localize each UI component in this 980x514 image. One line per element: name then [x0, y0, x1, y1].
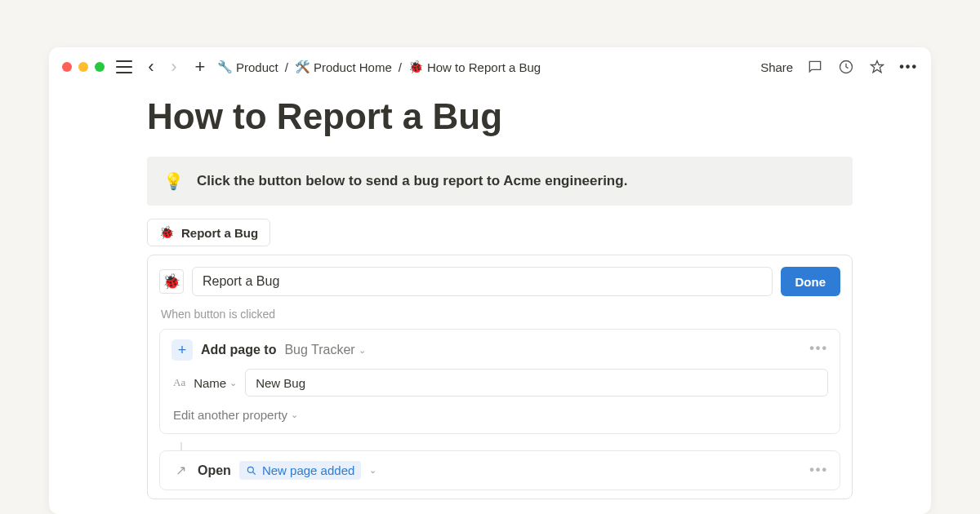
- step-header: ↗ Open New page added ⌄: [172, 461, 828, 480]
- breadcrumb-item-product[interactable]: 🔧 Product: [217, 60, 278, 74]
- open-arrow-icon: ↗: [172, 462, 189, 480]
- step-connector: [180, 442, 182, 450]
- step-open-page: ••• ↗ Open New page added ⌄: [159, 450, 840, 490]
- new-page-button[interactable]: +: [191, 58, 209, 76]
- edit-another-label: Edit another property: [173, 408, 287, 422]
- ladybug-icon: 🐞: [159, 225, 175, 240]
- chevron-down-icon: ⌄: [229, 378, 237, 388]
- step-action-label: Add page to: [201, 343, 276, 357]
- step-target-label: Bug Tracker: [284, 343, 354, 357]
- button-config-panel: 🐞 Done When button is clicked ••• + Add …: [147, 255, 853, 499]
- step-action-label: Open: [198, 463, 231, 478]
- step-more-icon[interactable]: •••: [809, 341, 828, 356]
- breadcrumb-label: Product Home: [314, 60, 392, 74]
- favorite-icon[interactable]: [868, 58, 886, 76]
- breadcrumb-label: How to Report a Bug: [427, 60, 541, 74]
- topbar: ‹ › + 🔧 Product / 🛠️ Product Home / 🐞 Ho…: [49, 47, 931, 86]
- tools-icon: 🛠️: [295, 60, 310, 74]
- maximize-window-icon[interactable]: [95, 62, 105, 72]
- nav-forward-button[interactable]: ›: [165, 58, 183, 76]
- step-header: + Add page to Bug Tracker ⌄: [172, 339, 828, 361]
- breadcrumb: 🔧 Product / 🛠️ Product Home / 🐞 How to R…: [217, 60, 541, 74]
- property-name-picker[interactable]: Name ⌄: [194, 376, 237, 390]
- minimize-window-icon[interactable]: [78, 62, 88, 72]
- edit-another-property[interactable]: Edit another property ⌄: [172, 405, 828, 423]
- property-row: Aa Name ⌄: [172, 369, 828, 397]
- chevron-down-icon: ⌄: [291, 410, 298, 420]
- page-title: How to Report a Bug: [147, 96, 853, 137]
- text-type-icon: Aa: [173, 376, 185, 389]
- callout-text: Click the button below to send a bug rep…: [197, 173, 627, 189]
- nav-arrows: ‹ ›: [142, 58, 183, 76]
- sidebar-toggle-icon[interactable]: [116, 60, 132, 73]
- step-target-picker[interactable]: Bug Tracker ⌄: [284, 343, 365, 357]
- config-header: 🐞 Done: [159, 267, 840, 296]
- breadcrumb-separator: /: [283, 60, 290, 74]
- step-more-icon[interactable]: •••: [809, 463, 828, 477]
- plus-icon: +: [172, 339, 193, 361]
- comments-icon[interactable]: [806, 58, 824, 76]
- breadcrumb-item-current[interactable]: 🐞 How to Report a Bug: [408, 60, 541, 74]
- callout-block: 💡 Click the button below to send a bug r…: [147, 157, 853, 206]
- chevron-down-icon: ⌄: [369, 465, 376, 476]
- nav-back-button[interactable]: ‹: [142, 58, 160, 76]
- app-window: ‹ › + 🔧 Product / 🛠️ Product Home / 🐞 Ho…: [49, 47, 931, 514]
- ladybug-icon: 🐞: [408, 60, 424, 74]
- updates-icon[interactable]: [837, 58, 855, 76]
- page-content: How to Report a Bug 💡 Click the button b…: [49, 86, 931, 499]
- breadcrumb-separator: /: [397, 60, 403, 74]
- close-window-icon[interactable]: [62, 62, 72, 72]
- breadcrumb-item-product-home[interactable]: 🛠️ Product Home: [295, 60, 392, 74]
- svg-point-1: [247, 467, 253, 472]
- lightbulb-icon: 💡: [163, 171, 184, 191]
- button-label: Report a Bug: [181, 226, 258, 240]
- pill-label: New page added: [262, 463, 354, 477]
- share-button[interactable]: Share: [760, 60, 793, 74]
- step-add-page: ••• + Add page to Bug Tracker ⌄ Aa Name …: [159, 329, 840, 434]
- chevron-down-icon: ⌄: [359, 345, 366, 356]
- topbar-actions: Share •••: [760, 58, 918, 76]
- wrench-icon: 🔧: [217, 60, 233, 74]
- property-value-input[interactable]: [245, 369, 828, 397]
- button-name-input[interactable]: [192, 267, 773, 296]
- property-name-label: Name: [194, 376, 226, 390]
- trigger-label: When button is clicked: [161, 308, 840, 321]
- breadcrumb-label: Product: [236, 60, 278, 74]
- open-target-pill[interactable]: New page added: [239, 461, 361, 480]
- done-button[interactable]: Done: [781, 267, 841, 296]
- window-controls: [62, 62, 105, 72]
- search-icon: [246, 465, 257, 476]
- more-menu-icon[interactable]: •••: [899, 60, 918, 74]
- report-bug-button[interactable]: 🐞 Report a Bug: [147, 219, 270, 246]
- button-icon-picker[interactable]: 🐞: [159, 269, 184, 294]
